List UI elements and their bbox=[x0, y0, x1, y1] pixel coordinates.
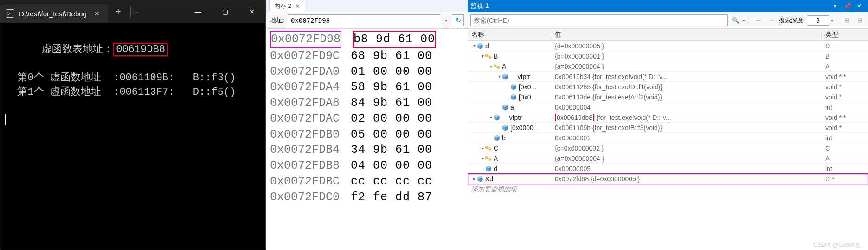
memory-row[interactable]: 0x0072FDBCcc cc cc cc bbox=[270, 174, 464, 190]
memory-bytes: b8 9d 61 00 bbox=[353, 31, 436, 48]
expand-toggle[interactable]: ▾ bbox=[471, 43, 477, 48]
depth-drop-icon[interactable]: ▾ bbox=[831, 18, 833, 23]
watch-body: ▾d{d=0x00000005 }D▾B{b=0x00000001 }B▾A{a… bbox=[468, 41, 868, 250]
cube-icon bbox=[502, 104, 508, 111]
watch-value: {d=0x00000005 } bbox=[551, 42, 822, 50]
watch-close-button[interactable]: ✕ bbox=[853, 0, 865, 12]
expand-toggle[interactable]: ▾ bbox=[480, 53, 485, 59]
watch-value: 0x0072fd98 {d=0x00000005 } bbox=[551, 175, 822, 183]
search-icon[interactable]: 🔍 bbox=[730, 15, 741, 26]
watch-name: A bbox=[502, 63, 506, 70]
memory-bytes: 05 00 00 00 bbox=[351, 127, 432, 143]
search-prev-button[interactable]: ← bbox=[753, 15, 764, 26]
watch-row[interactable]: [0x0...0x00611285 {for_test.exe!D::f1(vo… bbox=[468, 82, 868, 92]
depth-select[interactable] bbox=[807, 15, 829, 26]
window-controls: — ▢ ✕ bbox=[185, 0, 265, 23]
memory-row[interactable]: 0x0072FDA884 9b 61 00 bbox=[270, 95, 464, 111]
class-icon bbox=[485, 53, 492, 59]
watch-pane: 监视 1 ▾ 📌 ✕ 🔍 ▾ ← → 搜索深度: ▾ ⊞ ⊟ 名称 值 类型 ▾… bbox=[468, 0, 868, 250]
watch-row[interactable]: ▸A{a=0x00000004 }A bbox=[468, 153, 868, 164]
watch-searchbar: 🔍 ▾ ← → 搜索深度: ▾ ⊞ ⊟ bbox=[468, 12, 868, 29]
watch-value: {a=0x00000004 } bbox=[551, 155, 822, 162]
memory-row[interactable]: 0x0072FDB804 00 00 00 bbox=[270, 158, 464, 174]
watch-pin-button[interactable]: 📌 bbox=[841, 0, 853, 12]
minimize-button[interactable]: — bbox=[185, 0, 212, 23]
toolbar-btn-2[interactable]: ⊟ bbox=[854, 15, 865, 26]
memory-refresh-button[interactable]: ↻ bbox=[452, 14, 464, 26]
close-button[interactable]: ✕ bbox=[238, 0, 265, 23]
watch-row[interactable]: ▸&d0x0072fd98 {d=0x00000005 }D * bbox=[468, 174, 868, 184]
search-drop-icon[interactable]: ▾ bbox=[743, 18, 745, 23]
watch-type: D * bbox=[822, 175, 868, 183]
memory-row[interactable]: 0x0072FD98b8 9d 61 00 bbox=[270, 31, 464, 48]
watermark: CSDN @Dusong_ bbox=[813, 241, 862, 248]
memory-addr-cell: 0x0072FD9C bbox=[270, 48, 340, 64]
console-tab[interactable]: >_ D:\test\for_test\Debug ✕ bbox=[0, 4, 108, 23]
expand-toggle[interactable]: ▸ bbox=[480, 145, 485, 151]
memory-row[interactable]: 0x0072FDA458 9b 61 00 bbox=[270, 79, 464, 95]
watch-value: 0x006113de {for_test.exe!A::f2(void)} bbox=[551, 93, 822, 101]
watch-titlebar: 监视 1 ▾ 📌 ✕ bbox=[468, 0, 868, 12]
watch-row[interactable]: ▸C{c=0x00000002 }C bbox=[468, 143, 868, 153]
toolbar-btn-1[interactable]: ⊞ bbox=[841, 15, 852, 26]
tab-dropdown-button[interactable]: ⌄ bbox=[135, 9, 139, 15]
watch-dropdown-button[interactable]: ▾ bbox=[829, 0, 841, 12]
watch-row[interactable]: d0x00000005int bbox=[468, 164, 868, 174]
expand-toggle[interactable]: ▸ bbox=[471, 176, 477, 181]
watch-value: 0x00619b34 {for_test.exe!void(* D::`v... bbox=[551, 73, 822, 80]
memory-bytes: 04 00 00 00 bbox=[351, 158, 432, 174]
add-watch-item[interactable]: 添加要监视的项 bbox=[468, 184, 868, 195]
cube-icon bbox=[477, 43, 483, 49]
col-name[interactable]: 名称 bbox=[468, 31, 551, 39]
memory-tab-close[interactable]: ✕ bbox=[295, 3, 300, 10]
memory-row[interactable]: 0x0072FDC0f2 fe dd 87 bbox=[270, 190, 464, 205]
watch-row[interactable]: ▾__vfptr0x00619b34 {for_test.exe!void(* … bbox=[468, 72, 868, 82]
memory-row[interactable]: 0x0072FDB434 9b 61 00 bbox=[270, 142, 464, 158]
watch-value: 0x00619db8 {for_test.exe!void(* D::`v... bbox=[551, 114, 822, 121]
cube-icon bbox=[510, 84, 517, 90]
memory-addr-cell: 0x0072FDAC bbox=[270, 111, 340, 127]
watch-value: 0x00000005 bbox=[551, 165, 822, 172]
memory-row[interactable]: 0x0072FDAC02 00 00 00 bbox=[270, 111, 464, 127]
watch-search-input[interactable] bbox=[470, 14, 728, 26]
tab-close-button[interactable]: ✕ bbox=[91, 9, 103, 18]
col-type[interactable]: 类型 bbox=[822, 31, 868, 39]
memory-bytes: 68 9b 61 00 bbox=[351, 48, 432, 64]
expand-toggle[interactable]: ▾ bbox=[496, 74, 502, 79]
memory-body: 0x0072FD98b8 9d 61 000x0072FD9C68 9b 61 … bbox=[266, 29, 468, 250]
tabbar-right: + ⌄ bbox=[110, 5, 139, 19]
memory-addr-label: 地址: bbox=[270, 16, 285, 25]
watch-row[interactable]: ▾d{d=0x00000005 }D bbox=[468, 41, 868, 51]
watch-row[interactable]: [0x0...0x006113de {for_test.exe!A::f2(vo… bbox=[468, 92, 868, 102]
watch-name: d bbox=[485, 42, 489, 50]
watch-row[interactable]: ▾A{a=0x00000004 }A bbox=[468, 61, 868, 72]
watch-row[interactable]: ▾__vfptr0x00619db8 {for_test.exe!void(* … bbox=[468, 112, 868, 123]
maximize-button[interactable]: ▢ bbox=[212, 0, 238, 23]
expand-toggle[interactable]: ▸ bbox=[480, 156, 485, 161]
search-next-button[interactable]: → bbox=[766, 15, 777, 26]
memory-tab[interactable]: 内存 2 ✕ bbox=[269, 0, 305, 12]
memory-row[interactable]: 0x0072FDB005 00 00 00 bbox=[270, 127, 464, 143]
memory-tabbar: 内存 2 ✕ bbox=[266, 0, 468, 12]
cube-icon bbox=[494, 114, 500, 121]
watch-row[interactable]: a0x00000004int bbox=[468, 102, 868, 112]
watch-row[interactable]: ▾B{b=0x00000001 }B bbox=[468, 51, 868, 61]
watch-type: int bbox=[822, 134, 868, 142]
watch-value: 0x0061109b {for_test.exe!B::f3(void)} bbox=[551, 124, 822, 132]
watch-name: [0x0... bbox=[519, 93, 536, 101]
console-line-1: 第0个 虚函数地址 :0061109B: B::f3() bbox=[5, 71, 261, 86]
watch-row[interactable]: [0x0000...0x0061109b {for_test.exe!B::f3… bbox=[468, 123, 868, 133]
memory-row[interactable]: 0x0072FD9C68 9b 61 00 bbox=[270, 48, 464, 64]
watch-row[interactable]: b0x00000001int bbox=[468, 133, 868, 143]
cube-icon bbox=[477, 176, 483, 182]
text-cursor bbox=[5, 114, 6, 125]
memory-addr-dropdown[interactable]: ▾ bbox=[443, 16, 449, 25]
expand-toggle[interactable]: ▾ bbox=[488, 64, 494, 69]
memory-row[interactable]: 0x0072FDA001 00 00 00 bbox=[270, 64, 464, 80]
memory-addr-cell: 0x0072FDB0 bbox=[270, 127, 340, 143]
expand-toggle[interactable]: ▾ bbox=[488, 115, 494, 120]
col-value[interactable]: 值 bbox=[551, 31, 822, 39]
memory-bytes: 84 9b 61 00 bbox=[351, 95, 432, 111]
memory-addr-input[interactable] bbox=[288, 14, 440, 26]
new-tab-button[interactable]: + bbox=[110, 5, 127, 19]
